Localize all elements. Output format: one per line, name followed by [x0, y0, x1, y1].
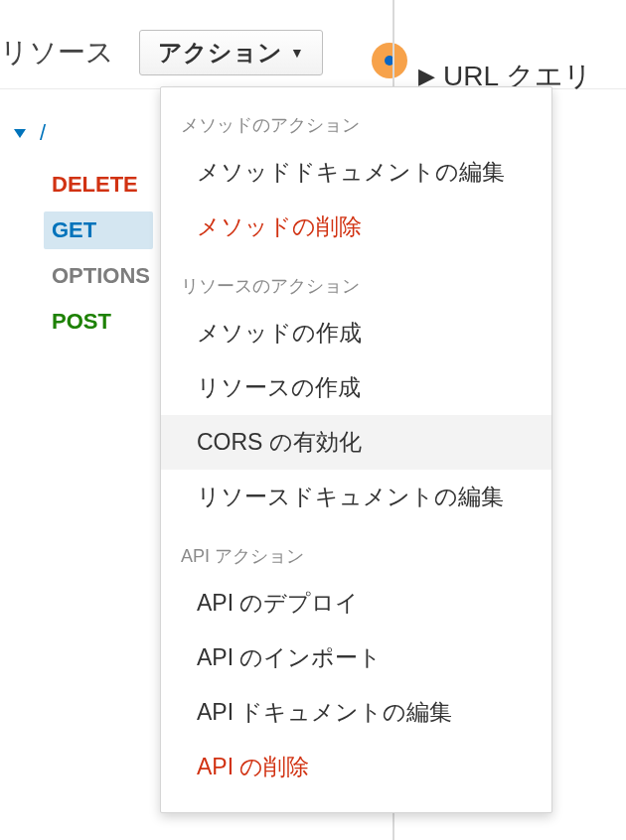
method-list: DELETE GET OPTIONS POST: [0, 162, 159, 345]
dropdown-item-enable-cors[interactable]: CORS の有効化: [161, 415, 551, 470]
dropdown-item-deploy-api[interactable]: API のデプロイ: [161, 576, 551, 630]
actions-button[interactable]: アクション ▼: [139, 30, 323, 75]
dropdown-section-resource-header: リソースのアクション: [161, 254, 551, 306]
dropdown-item-create-method[interactable]: メソッドの作成: [161, 306, 551, 360]
tree-root-node[interactable]: /: [0, 114, 159, 152]
dropdown-item-delete-api[interactable]: API の削除: [161, 740, 551, 794]
method-get[interactable]: GET: [44, 211, 153, 249]
dropdown-item-delete-method[interactable]: メソッドの削除: [161, 200, 551, 254]
page-title: リソース: [0, 34, 114, 71]
method-options[interactable]: OPTIONS: [44, 257, 158, 295]
tree-root-label: /: [40, 120, 46, 146]
dropdown-item-edit-method-doc[interactable]: メソッドドキュメントの編集: [161, 145, 551, 200]
dropdown-item-import-api[interactable]: API のインポート: [161, 630, 551, 685]
dropdown-section-api-header: API アクション: [161, 524, 551, 576]
actions-dropdown: メソッドのアクション メソッドドキュメントの編集 メソッドの削除 リソースのアク…: [160, 86, 552, 813]
method-post[interactable]: POST: [44, 303, 153, 341]
method-delete[interactable]: DELETE: [44, 166, 153, 204]
expand-triangle-icon: [14, 129, 26, 138]
caret-down-icon: ▼: [290, 45, 304, 61]
dropdown-section-method-header: メソッドのアクション: [161, 93, 551, 145]
dropdown-item-edit-resource-doc[interactable]: リソースドキュメントの編集: [161, 470, 551, 524]
resource-tree-sidebar: / DELETE GET OPTIONS POST: [0, 114, 159, 345]
dropdown-item-create-resource[interactable]: リソースの作成: [161, 360, 551, 415]
actions-button-label: アクション: [158, 37, 282, 69]
dropdown-item-edit-api-doc[interactable]: API ドキュメントの編集: [161, 685, 551, 740]
